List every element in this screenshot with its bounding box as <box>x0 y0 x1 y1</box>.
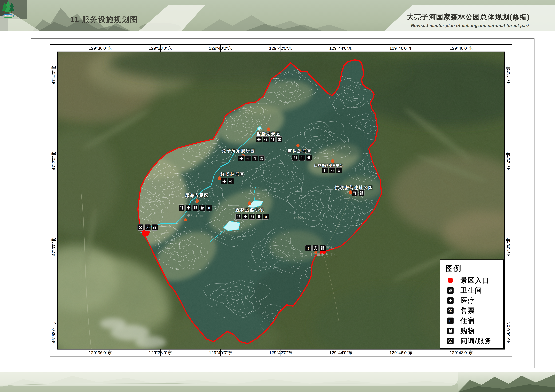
site-service-icons: H <box>179 205 212 211</box>
entrance-dot <box>448 278 453 283</box>
svg-text:H: H <box>449 319 452 322</box>
footer-watercolor-art <box>0 372 555 392</box>
lon-label-bottom: 129°36'0"东 <box>88 350 112 356</box>
ticket-icon: $ <box>440 307 460 314</box>
lat-label-left: 47°0'0"北 <box>51 238 57 256</box>
medical-icon <box>238 155 244 161</box>
site-label: 抗联密营遗址公园 <box>335 185 373 191</box>
page: 11 服务设施规划图 大亮子河国家森林公园总体规划(修编) Revised ma… <box>0 0 555 392</box>
legend-item: H住宿 <box>440 316 503 326</box>
lon-label-top: 129°42'0"东 <box>269 45 292 51</box>
svg-text:?: ? <box>315 247 316 250</box>
svg-text:$: $ <box>140 226 141 229</box>
toilet-icon-chip <box>447 287 454 294</box>
dining-icon <box>299 155 305 161</box>
legend-item: 景区入口 <box>440 275 503 285</box>
lon-label-bottom: 129°40'0"东 <box>209 350 232 356</box>
info-icon: ? <box>312 245 319 251</box>
legend-item-label: 卫生间 <box>460 286 482 295</box>
lon-label-top: 129°40'0"东 <box>209 45 232 51</box>
hotel-icon-chip: H <box>447 318 454 324</box>
legend-item-label: 购物 <box>460 326 475 335</box>
shopping-icon-chip <box>447 327 454 334</box>
toilet-icon <box>320 245 326 251</box>
svg-text:H: H <box>265 215 267 218</box>
info-icon: ? <box>440 338 460 344</box>
legend: 图例 景区入口 卫生间医疗 $售票H住宿 购物 ?问询/服务 <box>440 259 504 349</box>
site-service-icons: H <box>235 214 269 220</box>
lon-label-bottom: 129°38'0"东 <box>149 350 172 356</box>
shopping-icon <box>199 205 205 211</box>
medical-icon-chip <box>447 297 454 304</box>
legend-item-label: 售票 <box>460 306 475 315</box>
toilet-icon <box>228 178 234 184</box>
toilet-icon <box>329 167 335 173</box>
site-label: 兔子洞拓展乐园 <box>222 148 255 154</box>
satellite-map <box>58 52 504 349</box>
lat-label-left: 47°2'0"北 <box>51 152 57 170</box>
header-band: 11 服务设施规划图 大亮子河国家森林公园总体规划(修编) Revised ma… <box>0 0 555 31</box>
lon-label-bottom: 129°48'0"东 <box>450 350 473 356</box>
toilet-icon <box>249 214 255 220</box>
lat-label-right: 47°4'0"北 <box>505 66 511 84</box>
lat-label-left: 46°58'0"北 <box>51 322 57 343</box>
lon-label-top: 129°48'0"东 <box>450 45 473 51</box>
lon-label-bottom: 129°46'0"东 <box>389 350 413 356</box>
legend-item-label: 医疗 <box>460 296 475 305</box>
shopping-icon <box>259 155 265 161</box>
legend-title: 图例 <box>445 264 461 274</box>
hotel-icon: H <box>263 214 269 220</box>
basemap-label: 五里桥石碑 <box>183 213 204 218</box>
lon-label-top: 129°44'0"东 <box>329 45 352 51</box>
toilet-icon <box>440 287 460 294</box>
legend-item: 卫生间 <box>440 285 503 296</box>
doc-titles: 大亮子河国家森林公园总体规划(修编) Revised master plan o… <box>407 12 530 28</box>
site-label: 巨树岛景区 <box>288 148 312 154</box>
basemap-label: 白桦林 <box>292 215 304 221</box>
shopping-icon <box>277 136 283 142</box>
svg-text:$: $ <box>308 247 309 249</box>
lat-label-right: 47°2'0"北 <box>505 152 511 170</box>
toilet-icon <box>192 205 198 211</box>
dining-icon <box>352 190 358 196</box>
shopping-icon <box>440 327 460 334</box>
basemap-label: 东大门停车服务中心 <box>300 252 338 257</box>
legend-rows: 景区入口 卫生间医疗 $售票H住宿 购物 ?问询/服务 <box>440 275 503 346</box>
site-label: 森林度假小镇 <box>235 207 264 213</box>
entrance-service-icons: $ ? <box>137 224 158 230</box>
shopping-icon <box>306 155 312 161</box>
entrance-icon <box>440 278 460 283</box>
footer-band <box>0 372 555 392</box>
lat-label-right: 46°58'0"北 <box>505 322 511 343</box>
toilet-icon <box>292 155 298 161</box>
legend-item-label: 景区入口 <box>460 276 489 285</box>
toilet-icon <box>245 155 251 161</box>
toilet-icon <box>263 136 269 142</box>
page-title: 11 服务设施规划图 <box>70 15 138 24</box>
shopping-icon <box>336 167 342 173</box>
toilet-icon <box>359 190 365 196</box>
site-service-icons <box>238 155 265 161</box>
legend-item-label: 问询/服务 <box>460 336 492 345</box>
hotel-icon: H <box>206 205 212 211</box>
toilet-icon <box>152 224 158 230</box>
entrance-service-icons: $ ? <box>305 245 326 251</box>
site-service-icons <box>256 136 283 142</box>
site-label: 红松林景区 <box>221 171 245 177</box>
site-label: 山林驿站观景平台 <box>314 163 343 168</box>
legend-item: 购物 <box>440 326 503 336</box>
doc-title-en: Revised master plan of daliangzihe natio… <box>407 23 530 28</box>
lat-label-left: 47°4'0"北 <box>51 66 57 84</box>
dining-icon <box>322 167 328 173</box>
info-icon-chip: ? <box>447 338 454 344</box>
lat-label-right: 47°0'0"北 <box>505 238 511 256</box>
site-label: 愿海寺景区 <box>185 192 209 199</box>
lon-label-top: 129°46'0"东 <box>389 45 413 51</box>
medical-icon <box>440 297 460 304</box>
site-label: 鸳鸯湖景区 <box>257 131 281 137</box>
park-logo <box>0 0 16 19</box>
lon-label-top: 129°38'0"东 <box>149 45 172 51</box>
svg-text:?: ? <box>147 226 148 229</box>
site-service-icons <box>221 178 234 184</box>
lon-label-bottom: 129°44'0"东 <box>329 350 352 356</box>
